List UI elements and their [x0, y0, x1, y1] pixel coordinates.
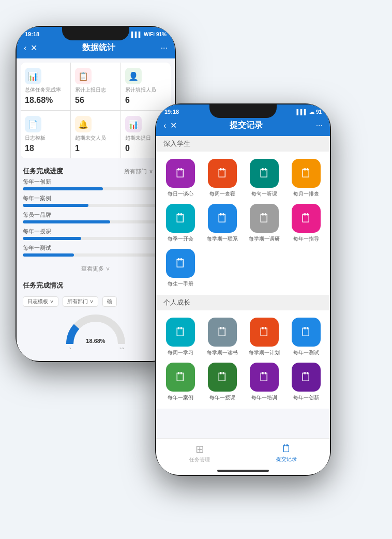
stat-people: 👤 累计填报人员 6 — [121, 63, 171, 110]
icon-label-semester-contact: 每学期一联系 — [207, 235, 238, 243]
icon-glyph-yearly-test: 🗒 — [300, 325, 312, 339]
icon-box-weekly-check[interactable]: 🗒 — [208, 159, 237, 188]
status-icons-1: ▌▌▌ WiFi 91% — [131, 32, 167, 37]
icon-glyph-yearly-case: 🗒 — [174, 370, 187, 384]
more-button-2[interactable]: ··· — [316, 121, 323, 130]
status-icons-2: ▌▌▌ ☁ 91 — [297, 109, 322, 115]
progress-label-3: 每员一品牌 — [23, 211, 169, 219]
icon-glyph-yearly-innovate: 🗒 — [300, 370, 312, 384]
icon-item-seasonal-meeting[interactable]: 🗒 每季一开会 — [162, 204, 198, 243]
submit-nav-label: 提交记录 — [276, 456, 297, 463]
back-button-1[interactable]: ‹ — [24, 43, 26, 53]
icon-box-daily-talk[interactable]: 🗒 — [166, 159, 195, 188]
icon-item-yearly-train[interactable]: 🗒 每年一培训 — [246, 363, 282, 401]
icon-box-seasonal-meeting[interactable]: 🗒 — [166, 204, 195, 233]
time-1: 19:18 — [25, 31, 39, 37]
view-more[interactable]: 查看更多 ∨ — [17, 261, 175, 277]
icon-label-yearly-teach: 每年一授课 — [209, 394, 235, 401]
back-button-2[interactable]: ‹ — [163, 121, 166, 130]
stat-icon-people: 👤 — [125, 68, 142, 84]
progress-bg-5 — [23, 253, 169, 257]
stat-value-logs: 56 — [75, 96, 116, 105]
progress-item-3: 每员一品牌 — [23, 211, 169, 223]
stats-grid: 📊 总体任务完成率 18.68% 📋 累计上报日志 56 👤 累计填报人员 6 — [21, 63, 171, 158]
nav-left-1: ‹ ✕ — [24, 43, 37, 53]
close-button-1[interactable]: ✕ — [31, 43, 37, 53]
icon-box-yearly-guide[interactable]: 🗒 — [292, 204, 321, 233]
bottom-nav: ⊞ 任务管理 🗒 提交记录 — [156, 438, 330, 466]
icon-item-semester-read[interactable]: 🗒 每学期一读书 — [204, 318, 240, 356]
phone1-inner: 19:18 ▌▌▌ WiFi 91% ‹ ✕ 数据统计 ··· — [17, 27, 175, 361]
section-header-students: 深入学生 — [156, 136, 330, 152]
filter-dept-label: 所有部门 — [124, 168, 147, 175]
filter-row: 日志模板 ∨ 所有部门 ∨ 确 — [23, 296, 169, 307]
stat-overdue-people: 🔔 超期未交人员 1 — [71, 111, 120, 158]
chevron-down-icon: ∨ — [149, 168, 153, 175]
stat-label-logs: 累计上报日志 — [75, 86, 116, 94]
icon-box-student-handbook[interactable]: 🗒 — [166, 249, 195, 278]
phone2-inner: 19:18 ▌▌▌ ☁ 91 ‹ ✕ 提交记录 ··· — [156, 104, 330, 475]
stat-label-overdue-people: 超期未交人员 — [75, 134, 116, 142]
progress-title: 任务完成进度 — [23, 167, 63, 176]
donut-chart: 18.68% 0 18 — [23, 311, 169, 351]
icon-item-semester-plan[interactable]: 🗒 每学期一计划 — [246, 318, 282, 356]
filter-tag-template[interactable]: 日志模板 ∨ — [23, 296, 58, 307]
progress-bg-1 — [23, 187, 169, 190]
icon-box-semester-research[interactable]: 🗒 — [250, 204, 279, 233]
icon-item-yearly-test[interactable]: 🗒 每年一测试 — [288, 318, 324, 356]
icon-item-yearly-innovate[interactable]: 🗒 每年一创新 — [288, 363, 324, 401]
stat-total-rate: 📊 总体任务完成率 18.68% — [21, 63, 70, 110]
icon-glyph-yearly-guide: 🗒 — [300, 211, 312, 226]
donut-svg: 18.68% 0 18 — [65, 313, 127, 349]
nav-bar-1: ‹ ✕ 数据统计 ··· — [17, 39, 175, 58]
icon-item-semester-contact[interactable]: 🗒 每学期一联系 — [204, 204, 240, 243]
icon-item-yearly-case[interactable]: 🗒 每年一案例 — [162, 363, 198, 401]
stat-icon-rate: 📊 — [25, 68, 41, 84]
icon-item-student-handbook[interactable]: 🗒 每生一手册 — [162, 249, 198, 288]
completion-title: 任务完成情况 — [23, 281, 63, 290]
icon-item-daily-talk[interactable]: 🗒 每日一谈心 — [162, 159, 198, 198]
icon-glyph-weekly-learn: 🗒 — [174, 325, 187, 339]
icon-box-semester-contact[interactable]: 🗒 — [208, 204, 237, 233]
icon-box-weekly-learn[interactable]: 🗒 — [166, 318, 195, 347]
icon-item-weekly-check[interactable]: 🗒 每周一查寝 — [204, 159, 240, 198]
progress-item-4: 每年一授课 — [23, 228, 169, 240]
icon-box-yearly-innovate[interactable]: 🗒 — [292, 363, 321, 392]
icon-item-weekly-learn[interactable]: 🗒 每周一学习 — [162, 318, 198, 356]
icon-box-yearly-case[interactable]: 🗒 — [166, 363, 195, 392]
notch-1 — [62, 26, 129, 40]
more-button-1[interactable]: ··· — [161, 43, 168, 53]
icon-label-daily-talk: 每日一谈心 — [168, 190, 193, 198]
filter-confirm-btn[interactable]: 确 — [102, 296, 117, 307]
icon-glyph-semester-plan: 🗒 — [258, 325, 270, 339]
bottom-nav-task[interactable]: ⊞ 任务管理 — [156, 443, 243, 463]
completion-section-header: 任务完成情况 — [17, 277, 175, 292]
icon-label-seasonal-meeting: 每季一开会 — [168, 235, 193, 243]
progress-fill-1 — [23, 187, 103, 190]
icon-box-semester-plan[interactable]: 🗒 — [250, 318, 279, 347]
stat-icon-template: 📄 — [25, 116, 41, 132]
icon-item-yearly-guide[interactable]: 🗒 每年一指导 — [288, 204, 324, 243]
icon-box-yearly-train[interactable]: 🗒 — [250, 363, 279, 392]
icon-item-yearly-teach[interactable]: 🗒 每年一授课 — [204, 363, 240, 401]
svg-text:18.68%: 18.68% — [86, 338, 105, 344]
stat-label-template: 日志模板 — [25, 134, 66, 142]
bottom-nav-submit[interactable]: 🗒 提交记录 — [243, 443, 330, 463]
task-nav-icon: ⊞ — [195, 443, 204, 455]
icon-box-yearly-teach[interactable]: 🗒 — [208, 363, 237, 392]
icon-glyph-listen-class: 🗒 — [258, 166, 270, 181]
icon-box-yearly-test[interactable]: 🗒 — [292, 318, 321, 347]
icon-item-monthly-check[interactable]: 🗒 每月一排查 — [288, 159, 324, 198]
close-button-2[interactable]: ✕ — [170, 121, 177, 130]
progress-item-2: 每年一案例 — [23, 194, 169, 207]
icon-box-monthly-check[interactable]: 🗒 — [292, 159, 321, 188]
icon-box-semester-read[interactable]: 🗒 — [208, 318, 237, 347]
icon-item-semester-research[interactable]: 🗒 每学期一调研 — [246, 204, 282, 243]
icon-box-listen-class[interactable]: 🗒 — [250, 159, 279, 188]
filter-tag-dept[interactable]: 所有部门 ∨ — [63, 296, 98, 307]
icon-glyph-semester-contact: 🗒 — [216, 211, 229, 226]
progress-list: 每年一创新 每年一案例 每员一品牌 — [17, 178, 175, 257]
stat-value-rate: 18.68% — [25, 96, 66, 105]
icon-item-listen-class[interactable]: 🗒 每句一听课 — [246, 159, 282, 198]
submit-content: 深入学生 🗒 每日一谈心 🗒 每周一查寝 — [156, 136, 330, 438]
